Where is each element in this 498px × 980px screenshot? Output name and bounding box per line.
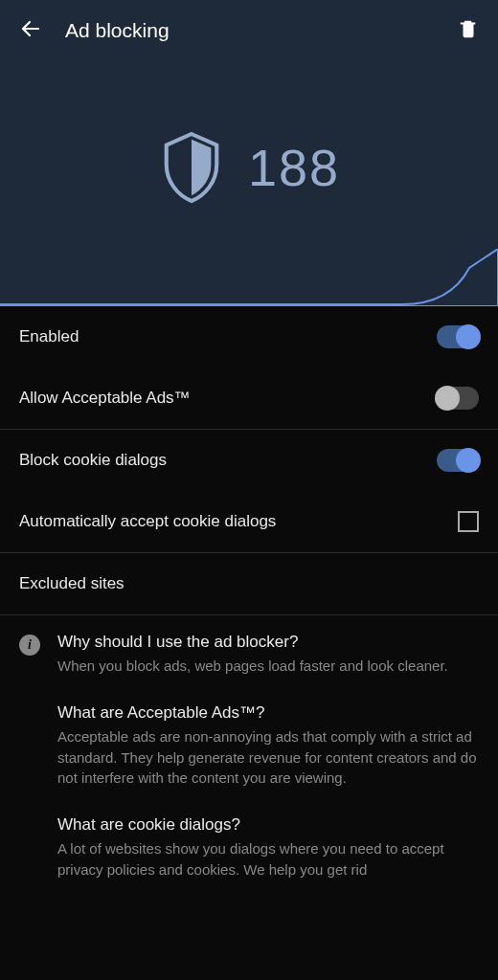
- excluded-section: Excluded sites: [0, 553, 498, 615]
- delete-button[interactable]: [458, 18, 479, 43]
- block-cookie-toggle[interactable]: [437, 449, 479, 472]
- toggle-section-2: Block cookie dialogs Automatically accep…: [0, 430, 498, 553]
- enabled-toggle[interactable]: [437, 325, 479, 348]
- activity-graph: [0, 249, 498, 306]
- acceptable-ads-toggle[interactable]: [437, 387, 479, 410]
- shield-icon: [158, 128, 225, 207]
- enabled-label: Enabled: [19, 327, 437, 346]
- info-block-2: What are cookie dialogs? A lot of websit…: [57, 815, 479, 880]
- info-block-0: Why should I use the ad blocker? When yo…: [57, 633, 479, 677]
- block-cookie-label: Block cookie dialogs: [19, 451, 437, 470]
- info-question: Why should I use the ad blocker?: [57, 633, 479, 652]
- auto-accept-label: Automatically accept cookie dialogs: [19, 512, 458, 531]
- info-content: Why should I use the ad blocker? When yo…: [57, 633, 479, 907]
- header-panel: Ad blocking 188: [0, 0, 498, 306]
- info-answer: When you block ads, web pages load faste…: [57, 656, 479, 677]
- info-question: What are cookie dialogs?: [57, 815, 479, 835]
- enabled-row[interactable]: Enabled: [0, 306, 498, 368]
- toggle-section-1: Enabled Allow Acceptable Ads™: [0, 306, 498, 430]
- info-answer: A lot of websites show you dialogs where…: [57, 838, 479, 880]
- page-title: Ad blocking: [65, 19, 435, 42]
- info-block-1: What are Acceptable Ads™? Acceptable ads…: [57, 703, 479, 789]
- info-icon: i: [19, 635, 40, 656]
- hero-stats: 188: [0, 128, 498, 207]
- info-question: What are Acceptable Ads™?: [57, 703, 479, 723]
- info-answer: Acceptable ads are non-annoying ads that…: [57, 726, 479, 789]
- block-cookie-row[interactable]: Block cookie dialogs: [0, 430, 498, 491]
- blocked-count: 188: [248, 138, 340, 197]
- excluded-sites-label: Excluded sites: [19, 574, 479, 593]
- auto-accept-checkbox[interactable]: [458, 511, 479, 532]
- arrow-left-icon: [19, 17, 42, 40]
- acceptable-ads-label: Allow Acceptable Ads™: [19, 389, 437, 408]
- acceptable-ads-row[interactable]: Allow Acceptable Ads™: [0, 368, 498, 429]
- info-section: i Why should I use the ad blocker? When …: [0, 615, 498, 907]
- back-button[interactable]: [19, 17, 42, 44]
- excluded-sites-row[interactable]: Excluded sites: [0, 553, 498, 614]
- auto-accept-row[interactable]: Automatically accept cookie dialogs: [0, 491, 498, 552]
- top-bar: Ad blocking: [0, 0, 498, 61]
- trash-icon: [458, 18, 479, 39]
